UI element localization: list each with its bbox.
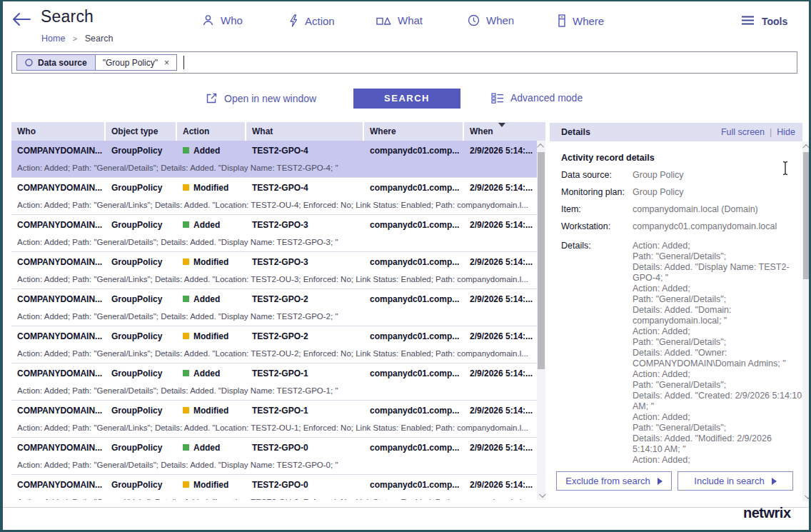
- play-icon: [658, 478, 663, 485]
- table-scrollbar-thumb[interactable]: [538, 152, 545, 369]
- chip-remove-icon[interactable]: ×: [164, 58, 169, 68]
- table-row[interactable]: COMPANYDOMAIN...GroupPolicyModifiedTEST2…: [11, 401, 537, 438]
- added-status-icon: [183, 370, 189, 376]
- netwrix-logo: netwrix: [743, 505, 791, 521]
- added-status-icon: [183, 444, 189, 451]
- table-row[interactable]: COMPANYDOMAIN...GroupPolicyAddedTEST2-GP…: [11, 363, 537, 401]
- table-row[interactable]: COMPANYDOMAIN...GroupPolicyAddedTEST2-GP…: [11, 141, 537, 178]
- table-row[interactable]: COMPANYDOMAIN...GroupPolicyModifiedTEST2…: [11, 178, 537, 215]
- details-section-title: Activity record details: [561, 153, 655, 163]
- cell-object-type: GroupPolicy: [106, 294, 177, 304]
- added-status-icon: [183, 221, 189, 228]
- cell-action: Modified: [177, 406, 246, 416]
- full-screen-link[interactable]: Full screen: [721, 127, 765, 137]
- row-detail-summary: Action: Added; Path: "General/Details"; …: [11, 383, 537, 400]
- cell-where: companydc01.comp...: [364, 406, 464, 416]
- cell-where: companydc01.comp...: [364, 294, 464, 304]
- scroll-down-icon[interactable]: [537, 490, 545, 500]
- cell-when: 2/9/2026 5:14:...: [464, 146, 537, 156]
- external-link-icon: [206, 92, 218, 104]
- include-in-search-button[interactable]: Include in search: [677, 471, 793, 491]
- cell-when: 2/9/2026 5:14:...: [464, 183, 537, 193]
- hide-link[interactable]: Hide: [777, 127, 795, 137]
- row-detail-summary: Action: Added; Path: "General/Links"; De…: [11, 271, 537, 288]
- table-row[interactable]: COMPANYDOMAIN...GroupPolicyModifiedTEST2…: [11, 326, 537, 363]
- table-row[interactable]: COMPANYDOMAIN...GroupPolicyAddedTEST2-GP…: [11, 289, 537, 326]
- person-icon: [202, 14, 214, 26]
- search-input[interactable]: Data source "Group Policy" ×: [11, 51, 797, 74]
- details-field-row: Monitoring plan:Group Policy: [561, 187, 802, 197]
- nav-label: Who: [221, 14, 243, 26]
- table-scrollbar[interactable]: [537, 141, 545, 500]
- modified-status-icon: [183, 407, 189, 413]
- column-header-where[interactable]: Where: [364, 122, 464, 141]
- details-field-value: Group Policy: [633, 187, 802, 197]
- table-header: WhoObject typeActionWhatWhereWhen: [11, 122, 545, 141]
- text-caret: [183, 56, 184, 69]
- nav-item-where[interactable]: Where: [558, 14, 604, 27]
- column-header-what[interactable]: What: [246, 122, 364, 141]
- cell-what: TEST2-GPO-1: [246, 368, 364, 378]
- cell-who: COMPANYDOMAIN...: [11, 257, 106, 267]
- filter-chip-category[interactable]: Data source: [17, 55, 96, 70]
- cell-action: Added: [177, 146, 246, 156]
- nav-item-when[interactable]: When: [468, 14, 514, 26]
- cell-where: companydc01.comp...: [364, 220, 464, 230]
- open-in-new-window-link[interactable]: Open in new window: [206, 92, 316, 104]
- advanced-mode-link[interactable]: Advanced mode: [491, 92, 583, 104]
- window-border: [0, 0, 811, 1]
- table-row[interactable]: COMPANYDOMAIN...GroupPolicyAddedTEST2-GP…: [11, 438, 537, 475]
- breadcrumb-home[interactable]: Home: [41, 34, 65, 44]
- breadcrumb-separator: >: [73, 34, 77, 43]
- cell-where: companydc01.comp...: [364, 480, 464, 490]
- details-field-row: Details:: [561, 241, 633, 251]
- search-button[interactable]: SEARCH: [353, 89, 460, 109]
- details-panel-header: Details Full screen | Hide: [550, 123, 802, 141]
- column-header-when[interactable]: When: [464, 122, 545, 141]
- text-cursor: [781, 161, 790, 179]
- cell-what: TEST2-GPO-3: [246, 257, 364, 267]
- table-row[interactable]: COMPANYDOMAIN...GroupPolicyAddedTEST2-GP…: [11, 215, 537, 252]
- cell-what: TEST2-GPO-0: [246, 480, 364, 490]
- cell-who: COMPANYDOMAIN...: [11, 183, 106, 193]
- details-title: Details: [561, 127, 721, 137]
- nav-label: What: [398, 14, 423, 26]
- column-header-action[interactable]: Action: [177, 122, 246, 141]
- cell-when: 2/9/2026 5:14:...: [464, 257, 537, 267]
- results-table: COMPANYDOMAIN...GroupPolicyAddedTEST2-GP…: [11, 141, 537, 500]
- cell-when: 2/9/2026 5:14:...: [464, 480, 537, 490]
- row-detail-summary: Action: Added; Path: "General/Links"; De…: [11, 420, 537, 437]
- clock-icon: [468, 14, 480, 26]
- cell-object-type: GroupPolicy: [106, 257, 177, 267]
- cell-what: TEST2-GPO-4: [246, 183, 364, 193]
- exclude-from-search-button[interactable]: Exclude from search: [556, 471, 672, 491]
- cell-where: companydc01.comp...: [364, 331, 464, 341]
- filter-chip-value[interactable]: "Group Policy" ×: [96, 55, 176, 70]
- tools-button[interactable]: Tools: [741, 15, 787, 28]
- back-button[interactable]: [11, 11, 33, 27]
- cell-object-type: GroupPolicy: [106, 183, 177, 193]
- nav-item-what[interactable]: What: [376, 14, 423, 26]
- cell-when: 2/9/2026 5:14:...: [464, 406, 537, 416]
- nav-item-action[interactable]: Action: [288, 14, 335, 27]
- details-panel: Activity record details Data source:Grou…: [550, 141, 802, 466]
- back-arrow-icon: [11, 11, 31, 27]
- details-field-value: companydc01.companydomain.local: [633, 221, 802, 231]
- column-header-object-type[interactable]: Object type: [106, 122, 177, 141]
- added-status-icon: [183, 296, 189, 302]
- lightning-icon: [288, 14, 298, 27]
- cell-action: Added: [177, 294, 246, 304]
- breadcrumb-current: Search: [85, 34, 114, 44]
- column-header-who[interactable]: Who: [11, 122, 106, 141]
- cell-who: COMPANYDOMAIN...: [11, 406, 106, 416]
- details-link-separator: |: [770, 127, 772, 137]
- row-detail-summary: Action: Added; Path: "General/Details"; …: [11, 308, 537, 326]
- table-row[interactable]: COMPANYDOMAIN...GroupPolicyModifiedTEST2…: [11, 252, 537, 289]
- cell-object-type: GroupPolicy: [106, 368, 177, 378]
- cell-what: TEST2-GPO-0: [246, 443, 364, 453]
- details-field-label: Data source:: [561, 170, 633, 180]
- scroll-up-icon[interactable]: [537, 141, 545, 151]
- table-row[interactable]: COMPANYDOMAIN...GroupPolicyModifiedTEST2…: [11, 475, 537, 500]
- nav-item-who[interactable]: Who: [202, 14, 243, 26]
- details-field-row: Workstation:companydc01.companydomain.lo…: [561, 221, 802, 231]
